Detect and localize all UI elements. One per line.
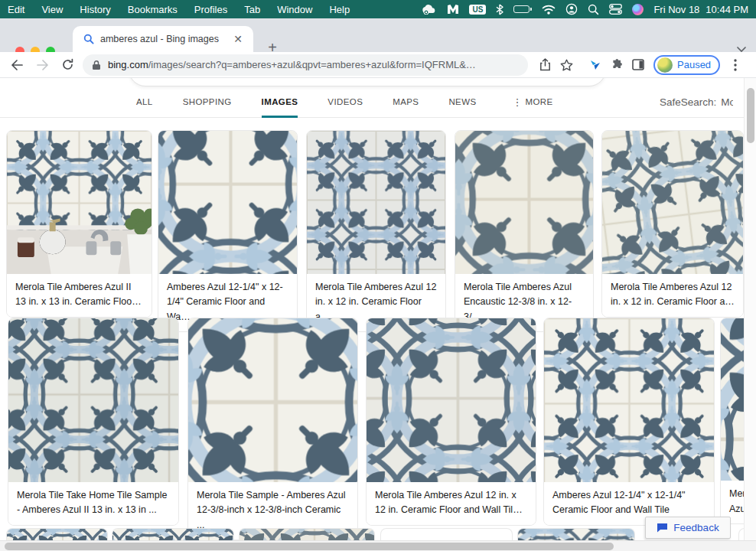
- reload-button[interactable]: [57, 54, 78, 76]
- menu-view[interactable]: View: [41, 4, 63, 15]
- nav-tab-shopping[interactable]: SHOPPING: [183, 86, 232, 118]
- horizontal-scrollbar-thumb[interactable]: [5, 543, 614, 550]
- browser-tab-active[interactable]: amberes azul - Bing images ✕: [73, 26, 253, 52]
- tab-close-icon[interactable]: ✕: [230, 32, 246, 46]
- overflow-menu-icon[interactable]: [725, 54, 746, 76]
- bluetooth-icon[interactable]: [496, 2, 503, 16]
- vertical-scrollbar[interactable]: [744, 78, 756, 540]
- extensions-puzzle-icon[interactable]: [606, 54, 627, 76]
- menu-status-area: US Fri Nov 18 10:44 PM: [422, 2, 756, 16]
- feedback-button[interactable]: Feedback: [645, 517, 731, 539]
- battery-icon[interactable]: [513, 5, 532, 13]
- result-thumbnail-partial[interactable]: [112, 528, 234, 541]
- chrome-toolbar: bing.com/images/search?q=amberes+azul&qp…: [0, 52, 756, 78]
- wifi-icon[interactable]: [542, 2, 556, 16]
- result-card[interactable]: Merola Tile Sample - Amberes Azul 12-3/8…: [187, 318, 358, 540]
- result-card[interactable]: Merola Tile Amberes Azul II 13 in. x 13 …: [6, 130, 152, 318]
- vertical-scrollbar-thumb[interactable]: [747, 88, 754, 143]
- horizontal-scrollbar[interactable]: [0, 540, 756, 551]
- siri-icon[interactable]: [632, 4, 644, 15]
- profile-paused-chip[interactable]: Paused: [653, 55, 720, 75]
- macos-menu-bar: Edit View History Bookmarks Profiles Tab…: [0, 0, 756, 18]
- menu-time: 10:44 PM: [705, 4, 748, 15]
- feedback-label: Feedback: [673, 522, 719, 533]
- result-thumbnail-partial[interactable]: [6, 528, 108, 541]
- menu-window[interactable]: Window: [277, 4, 312, 15]
- side-panel-icon[interactable]: [627, 54, 649, 76]
- nav-tab-videos[interactable]: VIDEOS: [327, 86, 363, 118]
- malwarebytes-icon[interactable]: [447, 2, 459, 16]
- back-button[interactable]: [6, 54, 28, 76]
- forward-button[interactable]: [32, 54, 54, 76]
- nav-tab-images[interactable]: IMAGES: [262, 86, 298, 118]
- menu-edit[interactable]: Edit: [8, 4, 24, 15]
- safesearch-label: SafeSearch:: [660, 96, 716, 108]
- result-card[interactable]: Amberes Azul 12-1/4" x 12-1/4" Ceramic F…: [158, 130, 298, 332]
- url-host: bing.com: [108, 59, 148, 70]
- result-card[interactable]: Amberes Azul 12-1/4" x 12-1/4" Ceramic F…: [543, 318, 715, 526]
- bookmark-star-icon[interactable]: [556, 54, 577, 76]
- nav-tab-maps[interactable]: MAPS: [393, 86, 419, 118]
- more-label: MORE: [526, 97, 553, 106]
- result-image-tile-closeup[interactable]: [158, 131, 297, 274]
- bing-results-page: ALL SHOPPING IMAGES VIDEOS MAPS NEWS ⋮ M…: [0, 78, 756, 551]
- nav-tab-news[interactable]: NEWS: [448, 86, 476, 118]
- menu-date: Fri Nov 18: [653, 4, 699, 15]
- blue-extension-icon[interactable]: [585, 54, 606, 76]
- screen: Edit View History Bookmarks Profiles Tab…: [0, 0, 756, 551]
- result-card[interactable]: Merola Tile Amberes Azul 12 in. x 12 in.…: [306, 130, 446, 332]
- result-caption[interactable]: Merola Tile Take Home Tile Sample - Ambe…: [8, 482, 178, 525]
- result-image-tile-grid[interactable]: [307, 131, 445, 274]
- result-thumbnail-partial-blank[interactable]: [380, 528, 513, 541]
- control-center-icon[interactable]: [609, 2, 622, 16]
- user-account-icon[interactable]: [565, 2, 578, 16]
- nav-tab-all[interactable]: ALL: [136, 86, 153, 118]
- lock-icon: [92, 60, 101, 70]
- menu-bookmarks[interactable]: Bookmarks: [128, 4, 178, 15]
- menu-items: Edit View History Bookmarks Profiles Tab…: [0, 4, 350, 15]
- feedback-bubble-icon: [657, 523, 668, 533]
- result-caption[interactable]: Merola Tile Amberes Azul II 13 in. x 13 …: [7, 274, 152, 317]
- result-image-tile-encaustic[interactable]: [455, 131, 593, 274]
- share-icon[interactable]: [534, 54, 556, 76]
- result-card[interactable]: Merola Tile Amberes Azul 12 in. x 12 in.…: [366, 318, 536, 526]
- result-thumbnail-partial[interactable]: [239, 528, 375, 541]
- menu-tab[interactable]: Tab: [244, 4, 260, 15]
- chrome-tab-strip: amberes azul - Bing images ✕ +: [0, 18, 756, 52]
- bing-nav-bar: ALL SHOPPING IMAGES VIDEOS MAPS NEWS ⋮ M…: [0, 86, 744, 118]
- nav-tab-more[interactable]: ⋮ MORE: [513, 86, 553, 118]
- tab-favicon-search-icon: [83, 34, 94, 44]
- menu-history[interactable]: History: [80, 4, 110, 15]
- cloud-sync-icon[interactable]: [422, 2, 437, 16]
- safesearch-value: Moderate: [721, 96, 733, 108]
- result-image-tile-macro[interactable]: [188, 318, 357, 482]
- menu-profiles[interactable]: Profiles: [194, 4, 227, 15]
- result-caption[interactable]: Merola Tile Amberes Azul 12 in. x 12 in.…: [367, 482, 536, 525]
- menu-clock[interactable]: Fri Nov 18 10:44 PM: [653, 4, 748, 15]
- result-image-tile-floor-angle[interactable]: [602, 131, 743, 274]
- result-card[interactable]: Merola Tile Amberes Azul 12 in. x 12 in.…: [601, 130, 744, 318]
- result-card[interactable]: Merola Tile Amberes Azul Encaustic 12-3/…: [455, 130, 594, 332]
- url-bar[interactable]: bing.com/images/search?q=amberes+azul&qp…: [83, 54, 528, 76]
- result-image-tile-sample[interactable]: [8, 318, 178, 482]
- paused-label: Paused: [677, 59, 711, 70]
- spotlight-search-icon[interactable]: [588, 2, 599, 16]
- menu-help[interactable]: Help: [329, 4, 350, 15]
- profile-avatar: [657, 57, 673, 73]
- result-card[interactable]: Merola Tile Take Home Tile Sample - Ambe…: [8, 318, 179, 526]
- result-caption[interactable]: Merola Tile Amberes Azul 12 in. x 12 in.…: [602, 274, 743, 317]
- safesearch-control[interactable]: SafeSearch: Moderate: [660, 86, 733, 118]
- result-image-bathroom-tiles[interactable]: [7, 131, 152, 274]
- result-image-tile-diagonal[interactable]: [367, 318, 536, 482]
- tab-title: amberes azul - Bing images: [100, 34, 230, 44]
- more-dots-icon: ⋮: [513, 96, 523, 108]
- url-path: /images/search?q=amberes+azul&qpvt=amber…: [148, 59, 476, 70]
- url-text: bing.com/images/search?q=amberes+azul&qp…: [108, 59, 476, 70]
- result-thumbnail-partial[interactable]: [517, 528, 635, 541]
- keyboard-layout-badge[interactable]: US: [469, 5, 486, 15]
- result-image-tile-quatrefoil[interactable]: [544, 318, 714, 482]
